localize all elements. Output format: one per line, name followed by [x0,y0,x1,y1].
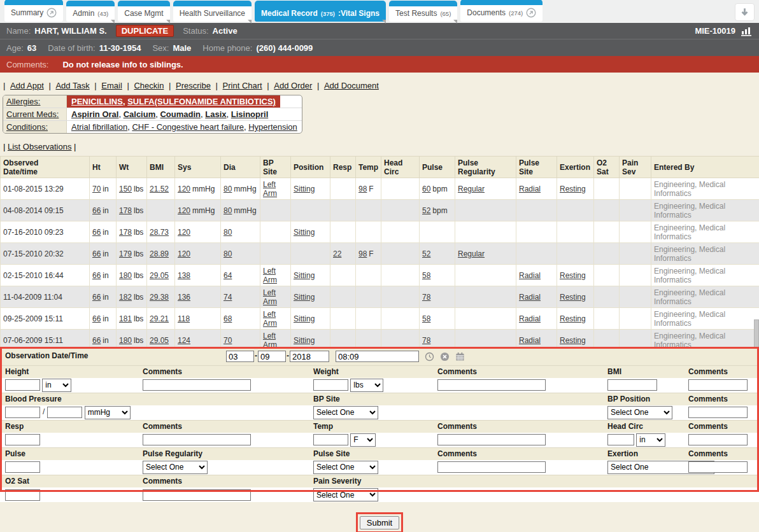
bp_site-link[interactable]: Left Arm [263,310,277,328]
bmi-link[interactable]: 29.38 [150,293,169,302]
sys-link[interactable]: 136 [178,293,190,302]
dia-link[interactable]: 68 [223,314,232,323]
weight-unit-select[interactable]: lbs [350,379,383,392]
conditions-item[interactable]: CHF - Congestive heart failure [132,122,244,132]
dia-link[interactable]: 80 [223,228,232,237]
wt-link[interactable]: 182 [119,293,132,302]
link-checkin[interactable]: Checkin [134,81,164,90]
link-email[interactable]: Email [101,81,122,90]
temp-input[interactable] [313,434,348,445]
head-circ-input[interactable] [607,434,634,445]
bp-site-select[interactable]: Select One [313,406,378,419]
pulse-link[interactable]: 52 [422,206,430,215]
sys-link[interactable]: 120 [178,228,190,237]
pulse-input[interactable] [5,461,40,473]
pulse_regularity-link[interactable]: Regular [458,185,485,193]
pulse-link[interactable]: 78 [422,293,430,302]
time-input[interactable] [336,351,419,362]
ht-link[interactable]: 70 [92,185,101,193]
temp-link[interactable]: 98 [358,185,367,193]
table-scrollbar[interactable] [754,319,759,348]
bmi-input[interactable] [607,379,657,391]
pulse_site-link[interactable]: Radial [519,185,541,193]
bar-chart-icon[interactable] [741,26,753,36]
download-button[interactable] [735,3,755,21]
resp-input[interactable] [5,434,40,445]
sys-link[interactable]: 120 [178,206,190,215]
bmi-link[interactable]: 28.73 [150,228,169,237]
exertion-link[interactable]: Resting [560,271,586,280]
bmi-link[interactable]: 29.21 [150,314,169,323]
blood-pressure-unit-select[interactable]: mmHg [85,406,131,419]
ht-link[interactable]: 66 [92,336,101,345]
dia-link[interactable]: 74 [223,293,232,302]
list-observations-link[interactable]: List Observations [8,142,71,151]
bp_site-link[interactable]: Left Arm [263,267,277,284]
ht-link[interactable]: 66 [92,293,101,302]
resp-link[interactable]: 22 [333,249,341,258]
pulse_site-link[interactable]: Radial [519,271,541,280]
comments-input[interactable] [688,407,748,418]
blood-pressure-input[interactable] [47,407,82,418]
ht-link[interactable]: 66 [92,271,101,280]
bp_site-link[interactable]: Left Arm [263,332,277,349]
pain-severity-select[interactable]: Select One [313,488,378,501]
bp_site-link[interactable]: Left Arm [263,288,277,306]
submit-button[interactable]: Submit [360,516,399,529]
tab-documents[interactable]: Documents(274) [460,0,543,22]
bp_site-link[interactable]: Left Arm [263,180,277,198]
wt-link[interactable]: 178 [119,206,132,215]
link-print-chart[interactable]: Print Chart [223,81,262,90]
date-month-input[interactable] [226,351,254,362]
comments-input[interactable] [688,461,748,473]
sys-link[interactable]: 124 [178,336,190,345]
current-meds-item[interactable]: Coumadin [160,109,201,119]
pulse-site-select[interactable]: Select One [313,461,378,474]
ht-link[interactable]: 66 [92,314,101,323]
allergies-label[interactable]: Allergies: [6,97,40,106]
link-add-order[interactable]: Add Order [274,81,312,90]
dia-link[interactable]: 64 [223,271,232,280]
sys-link[interactable]: 138 [178,271,190,280]
clear-icon[interactable] [440,352,450,361]
pulse_site-link[interactable]: Radial [519,336,541,345]
position-link[interactable]: Sitting [294,185,315,193]
link-add-document[interactable]: Add Document [324,81,379,90]
external-link-icon[interactable] [46,8,57,18]
link-prescribe[interactable]: Prescribe [176,81,211,90]
allergies-item[interactable]: SULFA(SULFONAMIDE ANTIBIOTICS) [127,97,276,106]
tab-case-mgmt[interactable]: Case Mgmt [118,1,169,22]
comments-input[interactable] [688,434,748,445]
link-add-appt[interactable]: Add Appt [10,81,44,90]
pulse-link[interactable]: 52 [422,249,430,258]
pulse-link[interactable]: 78 [422,336,430,345]
wt-link[interactable]: 181 [119,314,132,323]
wt-link[interactable]: 179 [119,249,132,258]
o2-sat-input[interactable] [5,489,40,501]
sys-link[interactable]: 120 [178,249,190,258]
head-circ-unit-select[interactable]: in [636,433,665,447]
clock-icon[interactable] [425,352,434,361]
dia-link[interactable]: 80 [223,185,232,193]
dia-link[interactable]: 80 [223,249,232,258]
dia-link[interactable]: 70 [223,336,232,345]
wt-link[interactable]: 150 [119,185,132,193]
exertion-link[interactable]: Resting [560,293,586,302]
pulse-link[interactable]: 58 [422,314,430,323]
comments-input[interactable] [437,461,546,473]
bmi-link[interactable]: 28.89 [150,249,169,258]
height-input[interactable] [5,379,40,391]
height-unit-select[interactable]: in [42,379,71,392]
position-link[interactable]: Sitting [294,314,315,323]
pulse_site-link[interactable]: Radial [519,293,541,302]
comments-input[interactable] [437,379,546,391]
exertion-link[interactable]: Resting [560,336,586,345]
link-add-task[interactable]: Add Task [55,81,89,90]
ht-link[interactable]: 66 [92,206,101,215]
pulse_regularity-link[interactable]: Regular [458,249,485,258]
current-meds-item[interactable]: Calcium [124,109,156,119]
ht-link[interactable]: 66 [92,249,101,258]
conditions-item[interactable]: Hypertension [248,122,297,132]
comments-input[interactable] [143,489,251,501]
allergies-item[interactable]: PENICILLINS [71,97,123,106]
